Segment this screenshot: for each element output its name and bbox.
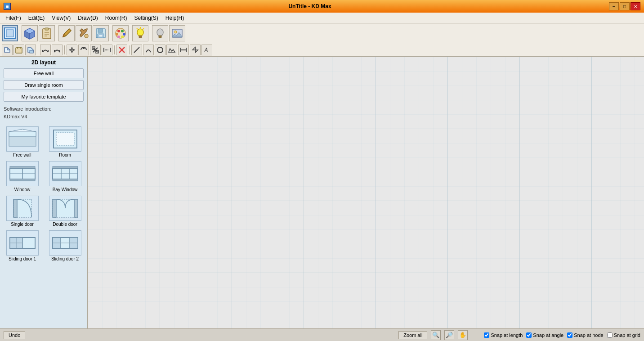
thumb-bay-window[interactable]: Bay Window: [45, 160, 85, 193]
sec-toolbar-btn-undefined[interactable]: [52, 45, 63, 55]
svg-line-29: [137, 28, 138, 29]
svg-point-23: [116, 33, 118, 36]
toolbar-btn-6[interactable]: [112, 25, 129, 41]
snap-node-check[interactable]: Snap at node: [567, 332, 603, 338]
svg-marker-63: [192, 47, 198, 53]
sec-toolbar-btn-undefined[interactable]: [143, 45, 154, 55]
intro-line2: KDmax V4: [4, 114, 27, 119]
toolbar-btn-3[interactable]: [58, 25, 75, 41]
svg-rect-74: [10, 179, 35, 181]
sec-toolbar-btn-undefined[interactable]: [2, 45, 13, 55]
canvas-area[interactable]: [88, 57, 644, 328]
sec-toolbar-btn-undefined[interactable]: [190, 45, 201, 55]
sec-toolbar-btn-undefined[interactable]: [102, 45, 112, 55]
toolbar-btn-5[interactable]: [93, 25, 109, 41]
snap-length-check[interactable]: Snap at length: [484, 332, 523, 338]
thumb-sliding-door-2[interactable]: Sliding door 2: [45, 229, 85, 262]
thumb-room[interactable]: Room: [45, 126, 85, 158]
thumb-img-free-wall: [6, 126, 39, 152]
thumb-label-sliding-door-2: Sliding door 2: [51, 256, 79, 261]
menu-item-room[interactable]: Room(R): [102, 14, 131, 22]
thumb-single-door[interactable]: Single door: [2, 195, 43, 228]
thumb-img-bay-window: [49, 161, 81, 186]
sec-toolbar-btn-undefined[interactable]: A: [201, 45, 212, 55]
svg-rect-84: [53, 199, 56, 217]
svg-rect-69: [56, 133, 74, 145]
zoom-in-button[interactable]: 🔍: [431, 330, 441, 340]
single-door-icon: [7, 197, 38, 220]
snap-length-checkbox[interactable]: [484, 332, 489, 338]
snap-node-checkbox[interactable]: [567, 332, 572, 338]
sec-toolbar-btn-undefined[interactable]: [40, 45, 51, 55]
sec-toolbar-btn-undefined[interactable]: [116, 45, 127, 55]
toolbar-btn-1[interactable]: [22, 25, 38, 41]
svg-rect-26: [139, 36, 142, 38]
grid-canvas: [88, 57, 644, 328]
toolbar-btn-8[interactable]: [152, 25, 168, 41]
sec-toolbar-btn-undefined[interactable]: [178, 45, 189, 55]
snap-node-label: Snap at node: [574, 332, 603, 338]
sec-toolbar-btn-undefined[interactable]: [131, 45, 142, 55]
toolbar-btn-7[interactable]: [132, 25, 148, 41]
sec-toolbar-btn-undefined[interactable]: [67, 45, 77, 55]
snap-angle-check[interactable]: Snap at angle: [526, 332, 564, 338]
svg-marker-67: [9, 129, 36, 132]
svg-rect-36: [30, 50, 33, 53]
svg-point-20: [123, 33, 125, 36]
snap-grid-check[interactable]: Snap at grid: [607, 332, 640, 338]
intro-text: Software introduction: KDmax V4: [0, 102, 87, 124]
thumb-label-free-wall: Free wall: [13, 153, 31, 157]
svg-marker-43: [71, 47, 73, 49]
my-favorite-template-button[interactable]: My favorite template: [4, 92, 84, 102]
menu-item-draw[interactable]: Draw(D): [74, 14, 102, 22]
title-bar: ◼ UnTitle - KD Max − □ ✕: [0, 0, 644, 13]
snap-grid-checkbox[interactable]: [607, 332, 613, 338]
menu-item-view[interactable]: View(V): [48, 14, 74, 22]
sec-toolbar-btn-undefined[interactable]: [90, 45, 101, 55]
snap-angle-checkbox[interactable]: [526, 332, 532, 338]
toolbar-btn-0[interactable]: [2, 25, 18, 41]
menu-item-edit[interactable]: Edit(E): [25, 14, 49, 22]
intro-line1: Software introduction:: [4, 106, 51, 112]
thumb-img-sliding-door-2: [49, 230, 81, 256]
thumb-img-window: [6, 161, 39, 186]
sec-toolbar-btn-undefined[interactable]: [25, 45, 36, 55]
sec-toolbar-btn-undefined[interactable]: [78, 45, 89, 55]
thumb-free-wall[interactable]: Free wall: [2, 126, 43, 158]
thumb-img-double-door: [49, 196, 81, 221]
svg-line-28: [143, 28, 144, 29]
maximize-button[interactable]: □: [620, 2, 630, 10]
menu-item-file[interactable]: File(F): [2, 14, 25, 22]
zoom-all-button[interactable]: Zoom all: [398, 331, 427, 339]
snap-angle-label: Snap at angle: [533, 332, 564, 338]
thumb-window[interactable]: Window: [2, 160, 43, 193]
window-icon: [7, 162, 38, 185]
minimize-button[interactable]: −: [609, 2, 619, 10]
sliding-door-1-icon: [7, 231, 38, 255]
svg-text:A: A: [204, 47, 208, 54]
sec-toolbar-btn-undefined[interactable]: [166, 45, 177, 55]
draw-single-room-button[interactable]: Draw single room: [4, 80, 84, 90]
thumb-double-door[interactable]: Double door: [45, 195, 85, 228]
toolbar-btn-2[interactable]: [39, 25, 55, 41]
thumb-img-room: [49, 126, 81, 152]
panel-header: 2D layout: [0, 57, 87, 68]
svg-marker-46: [73, 49, 75, 51]
menu-item-setting[interactable]: Setting(S): [131, 14, 162, 22]
undo-button[interactable]: Undo: [4, 331, 25, 339]
toolbar-btn-9[interactable]: [169, 25, 185, 41]
zoom-out-button[interactable]: 🔎: [444, 330, 454, 340]
sec-toolbar-btn-undefined[interactable]: [155, 45, 165, 55]
sec-toolbar-btn-undefined[interactable]: [13, 45, 24, 55]
close-button[interactable]: ✕: [631, 2, 640, 10]
thumb-label-single-door: Single door: [11, 222, 34, 227]
toolbar-btn-4[interactable]: [76, 25, 92, 41]
thumb-sliding-door-1[interactable]: Sliding door 1: [2, 229, 43, 262]
status-bar: Undo Zoom all 🔍 🔎 ✋ Snap at length Snap …: [0, 328, 644, 341]
menu-item-help[interactable]: Help(H): [162, 14, 188, 22]
thumb-label-double-door: Double door: [53, 222, 77, 227]
svg-point-12: [85, 34, 88, 38]
free-wall-button[interactable]: Free wall: [4, 68, 84, 78]
bay-window-icon: [50, 162, 80, 185]
pan-button[interactable]: ✋: [458, 330, 468, 340]
